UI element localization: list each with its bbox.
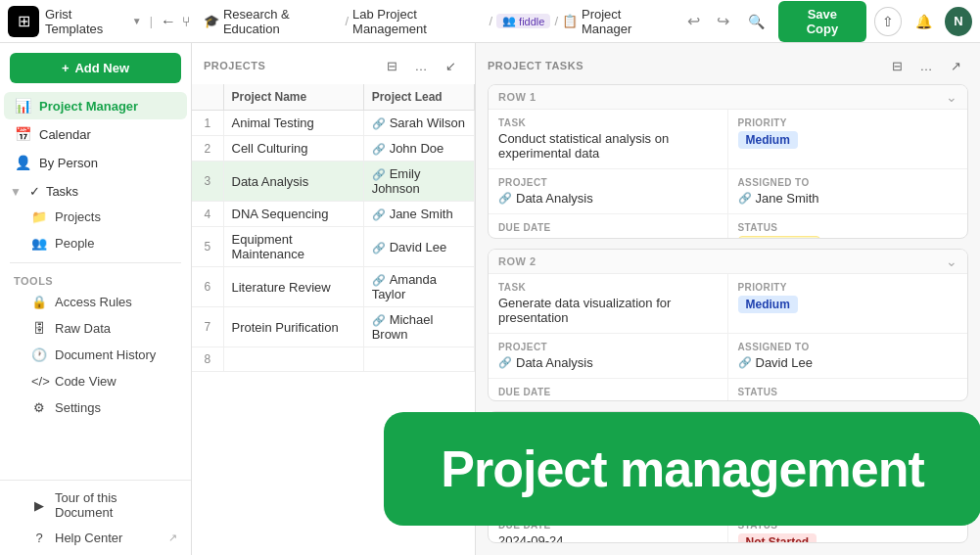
breadcrumb-project-manager[interactable]: Project Manager [582,7,669,36]
topbar-icons: 🔍 Save Copy ⇧ 🔔 N [743,1,972,42]
add-new-button[interactable]: + Add New [10,53,181,83]
sidebar-item-raw-data[interactable]: 🗄 Raw Data [4,316,187,341]
project-value: 🔗Data Analysis [498,191,718,206]
priority-field: Priority Medium [728,274,968,334]
search-button[interactable]: 🔍 [743,7,770,36]
projects-collapse-button[interactable]: ↙ [438,53,463,78]
sidebar-item-calendar[interactable]: 📅 Calendar [4,120,187,148]
breadcrumb-lab[interactable]: Lab Project Management [352,7,485,36]
priority-badge: Medium [738,131,798,149]
sidebar-item-access-rules[interactable]: 🔒 Access Rules [4,290,187,314]
task-card: ROW 1 ⌄ Task Conduct statistical analysi… [488,84,968,239]
back-icon[interactable]: ← [161,13,176,30]
table-row[interactable]: 1 Animal Testing 🔗Sarah Wilson [192,111,475,136]
status-badge: Not Started [738,533,817,543]
link-icon: 🔗 [372,143,386,155]
play-icon: ▶ [31,498,47,513]
priority-value: Medium [738,131,958,149]
projects-panel-actions: ⊟ … ↙ [379,53,463,78]
table-row[interactable]: 8 [192,347,475,372]
row-project-name: DNA Sequencing [223,202,363,227]
sidebar-item-label: Access Rules [55,295,132,309]
priority-value: Medium [738,296,958,313]
save-copy-button[interactable]: Save Copy [778,1,866,42]
app-name[interactable]: Grist Templates ▼ [45,7,142,36]
breadcrumb-sep-2: / [489,14,492,28]
tasks-collapse-button[interactable]: ↗ [943,53,968,78]
sidebar-tasks-group[interactable]: ▼ ✓ Tasks [0,179,191,204]
breadcrumb-fiddle[interactable]: 👥 fiddle [496,14,550,28]
due-date-field: Due Date 2024-09-01 [489,379,728,401]
breadcrumb-research[interactable]: Research & Education [223,7,342,36]
project-field: Project 🔗Data Analysis [489,169,728,214]
app-name-label: Grist Templates [45,7,128,36]
task-value: Conduct statistical analysis on experime… [498,131,718,161]
share-button[interactable]: ⇧ [874,7,902,36]
table-row[interactable]: 7 Protein Purification 🔗Michael Brown [192,307,475,347]
projects-filter-button[interactable]: ⊟ [379,53,404,78]
sidebar-item-tour[interactable]: ▶ Tour of this Document [4,486,187,525]
chevron-down-icon: ▼ [132,16,142,26]
sidebar-item-by-person[interactable]: 👤 By Person [4,149,187,176]
task-card: ROW 2 ⌄ Task Generate data visualization… [488,249,968,401]
link-icon: 🔗 [498,356,512,369]
row-project-lead: 🔗John Doe [363,136,474,162]
row-num: 5 [192,227,223,267]
table-row[interactable]: 3 Data Analysis 🔗Emily Johnson [192,162,475,202]
task-field: Task Generate data visualization for pre… [489,274,728,334]
project-value-wrap: 🔗Data Analysis [498,355,718,370]
sidebar-item-settings[interactable]: ⚙ Settings [4,395,187,420]
sidebar-item-people[interactable]: 👥 People [4,231,187,255]
tools-section-label: TOOLS [0,269,191,289]
fork-icon[interactable]: ⑂ [182,14,190,29]
tasks-more-button[interactable]: … [913,53,939,78]
status-badge: In Progress [738,236,820,239]
due-date-value: 2024-09-24 [498,533,718,543]
breadcrumb-edu-icon: 🎓 [204,14,219,28]
expand-icon[interactable]: ⌄ [946,89,957,105]
sidebar-item-document-history[interactable]: 🕐 Document History [4,343,187,367]
notifications-button[interactable]: 🔔 [910,7,937,36]
redo-button[interactable]: ↪ [710,8,737,35]
row-num: 1 [192,111,223,136]
task-label: Task [498,117,718,128]
due-date-value: 2024-08-02 [498,236,718,239]
status-label: Status [738,387,958,397]
undo-button[interactable]: ↩ [680,8,708,35]
sidebar-item-label: By Person [39,156,98,170]
projects-more-button[interactable]: … [408,53,434,78]
plus-icon: + [62,61,70,75]
project-label: Project [498,177,718,188]
app-logo[interactable]: ⊞ [8,6,39,37]
calendar-icon: 📅 [14,126,31,142]
row-project-name: Cell Culturing [223,136,363,162]
assigned-field: Assigned To 🔗David Lee [728,334,968,379]
table-row[interactable]: 5 Equipment Maintenance 🔗David Lee [192,227,475,267]
overlay-banner-text: Project management [441,439,924,498]
link-icon: 🔗 [498,192,512,205]
assigned-label: Assigned To [738,177,958,188]
row-project-name: Literature Review [223,267,363,307]
status-value: Pending [738,400,958,401]
table-row[interactable]: 2 Cell Culturing 🔗John Doe [192,136,475,162]
avatar[interactable]: N [945,7,972,36]
external-link-icon: ↗ [168,532,177,544]
sidebar-item-label: Code View [55,374,117,389]
help-icon: ? [31,531,47,545]
sidebar-item-label: Tour of this Document [55,490,177,520]
sidebar-item-projects[interactable]: 📁 Projects [4,205,187,229]
tasks-filter-button[interactable]: ⊟ [884,53,910,78]
tasks-panel-title: PROJECT TASKS [488,60,583,71]
sidebar-item-label: Help Center [55,531,122,545]
task-card-header: ROW 2 ⌄ [489,250,967,274]
sidebar-item-help[interactable]: ? Help Center ↗ [4,526,187,550]
table-row[interactable]: 6 Literature Review 🔗Amanda Taylor [192,267,475,307]
sidebar-item-code-view[interactable]: </> Code View [4,369,187,393]
link-icon: 🔗 [372,117,386,129]
expand-icon[interactable]: ⌄ [946,254,957,269]
table-row[interactable]: 4 DNA Sequencing 🔗Jane Smith [192,202,475,227]
row-num: 8 [192,347,223,372]
status-field: Status In Progress [728,214,968,239]
sidebar-item-label: Document History [55,347,156,362]
sidebar-item-project-manager[interactable]: 📊 Project Manager [4,92,187,119]
